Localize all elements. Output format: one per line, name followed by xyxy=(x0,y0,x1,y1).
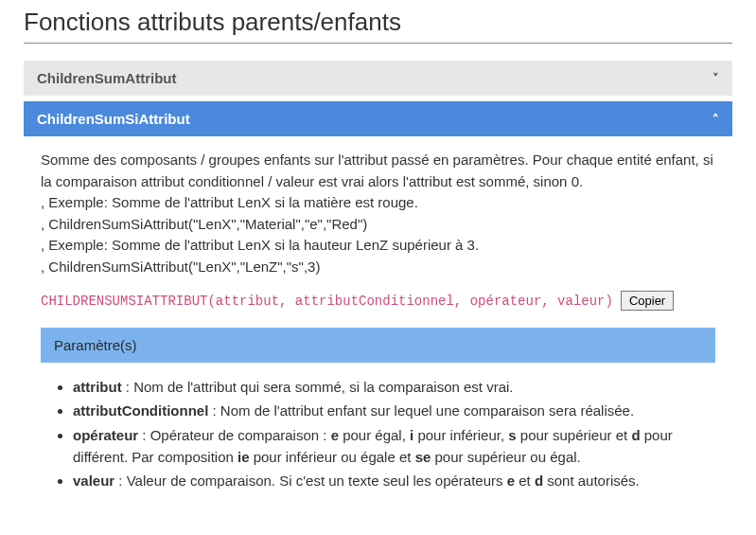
parameter-item: opérateur : Opérateur de comparaison : e… xyxy=(73,424,715,469)
desc-line: Somme des composants / groupes enfants s… xyxy=(41,152,713,189)
chevron-down-icon: ˅ xyxy=(712,71,719,85)
desc-line: , Exemple: Somme de l'attribut LenX si l… xyxy=(41,194,418,210)
inline-bold: i xyxy=(410,427,413,443)
copy-button[interactable]: Copier xyxy=(621,291,674,311)
panel-header-childrensumattribut[interactable]: ChildrenSumAttribut ˅ xyxy=(24,61,732,96)
inline-bold: d xyxy=(631,427,640,443)
signature-row: CHILDRENSUMSIATTRIBUT(attribut, attribut… xyxy=(41,291,715,311)
parameter-item: attributConditionnel : Nom de l'attribut… xyxy=(73,400,715,421)
inline-bold: s xyxy=(508,427,516,443)
page-title: Fonctions attributs parents/enfants xyxy=(24,8,732,37)
chevron-up-icon: ˄ xyxy=(712,112,719,126)
parameter-name: valeur xyxy=(73,473,114,489)
desc-line: , ChildrenSumSiAttribut("LenX","LenZ","s… xyxy=(41,259,320,275)
panel-body: Somme des composants / groupes enfants s… xyxy=(24,136,732,507)
desc-line: , ChildrenSumSiAttribut("LenX","Material… xyxy=(41,216,367,232)
panel-header-childrensumsiattribut[interactable]: ChildrenSumSiAttribut ˄ xyxy=(24,101,732,136)
parameter-item: attribut : Nom de l'attribut qui sera so… xyxy=(73,376,715,398)
function-signature: CHILDRENSUMSIATTRIBUT(attribut, attribut… xyxy=(41,294,613,309)
title-rule xyxy=(24,43,732,44)
desc-line: , Exemple: Somme de l'attribut LenX si l… xyxy=(41,237,479,253)
parameter-name: opérateur xyxy=(73,427,138,443)
panel-title: ChildrenSumAttribut xyxy=(37,70,177,86)
parameters-heading: Paramètre(s) xyxy=(41,328,715,363)
parameters-list: attribut : Nom de l'attribut qui sera so… xyxy=(41,376,715,491)
inline-bold: e xyxy=(507,473,515,489)
inline-bold: se xyxy=(415,449,431,465)
inline-bold: d xyxy=(535,473,543,489)
panel-title: ChildrenSumSiAttribut xyxy=(37,111,190,127)
panel-childrensumattribut: ChildrenSumAttribut ˅ xyxy=(24,61,732,96)
function-description: Somme des composants / groupes enfants s… xyxy=(41,150,715,277)
parameter-name: attributConditionnel xyxy=(73,402,208,419)
inline-bold: e xyxy=(331,427,339,443)
parameter-name: attribut xyxy=(73,379,122,395)
panel-childrensumsiattribut: ChildrenSumSiAttribut ˄ Somme des compos… xyxy=(24,101,732,507)
inline-bold: ie xyxy=(237,449,250,465)
parameter-item: valeur : Valeur de comparaison. Si c'est… xyxy=(73,470,715,491)
